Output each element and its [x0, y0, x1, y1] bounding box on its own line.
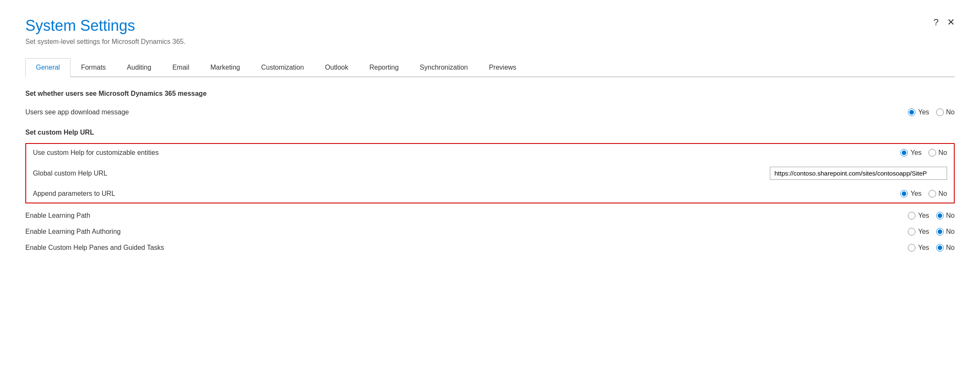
tab-marketing[interactable]: Marketing [200, 58, 250, 76]
radio-group-custom-help-panes: Yes No [908, 244, 955, 252]
radio-input-custom-help-panes-no[interactable] [936, 244, 944, 252]
radio-app-download-yes[interactable]: Yes [908, 108, 929, 116]
radio-input-learning-path-no[interactable] [936, 212, 944, 219]
radio-input-learning-path-authoring-yes[interactable] [908, 228, 915, 235]
label-no-learning-path-authoring: No [946, 228, 955, 235]
radio-group-learning-path-authoring: Yes No [908, 228, 955, 235]
help-icon[interactable]: ? [934, 17, 939, 28]
tab-email[interactable]: Email [162, 58, 200, 76]
label-global-help-url: Global custom Help URL [33, 170, 770, 177]
dialog-controls: ? ✕ [934, 17, 955, 28]
controls-app-download-message: Yes No [845, 108, 955, 116]
spacer-1 [25, 120, 955, 129]
radio-input-use-custom-help-no[interactable] [929, 149, 936, 157]
label-no-learning-path: No [946, 212, 955, 219]
label-yes-learning-path: Yes [918, 212, 929, 219]
radio-learning-path-authoring-no[interactable]: No [936, 228, 955, 235]
controls-enable-learning-path-authoring: Yes No [845, 228, 955, 235]
controls-append-parameters: Yes No [837, 190, 947, 198]
tab-previews[interactable]: Previews [478, 58, 527, 76]
label-yes-use-custom-help: Yes [910, 149, 921, 157]
section-microsoft-message: Set whether users see Microsoft Dynamics… [25, 90, 955, 97]
label-yes-append-parameters: Yes [910, 190, 921, 198]
row-enable-learning-path-authoring: Enable Learning Path Authoring Yes No [25, 224, 955, 240]
radio-input-use-custom-help-yes[interactable] [900, 149, 908, 157]
label-enable-custom-help-panes: Enable Custom Help Panes and Guided Task… [25, 244, 845, 252]
label-no-append-parameters: No [939, 190, 947, 198]
input-global-help-url[interactable] [770, 167, 947, 180]
controls-enable-custom-help-panes: Yes No [845, 244, 955, 252]
radio-append-parameters-no[interactable]: No [929, 190, 947, 198]
content-area: Set whether users see Microsoft Dynamics… [25, 77, 955, 268]
label-yes-app-download: Yes [918, 108, 929, 116]
radio-use-custom-help-no[interactable]: No [929, 149, 947, 157]
tab-general[interactable]: General [25, 58, 70, 77]
close-icon[interactable]: ✕ [947, 17, 955, 28]
title-area: System Settings Set system-level setting… [25, 17, 186, 46]
radio-learning-path-authoring-yes[interactable]: Yes [908, 228, 929, 235]
label-enable-learning-path: Enable Learning Path [25, 212, 845, 219]
radio-input-append-parameters-no[interactable] [929, 190, 936, 198]
radio-input-custom-help-panes-yes[interactable] [908, 244, 915, 252]
section-custom-help-heading: Set custom Help URL [25, 129, 955, 136]
row-append-parameters: Append parameters to URL Yes No [26, 185, 954, 203]
radio-group-use-custom-help: Yes No [900, 149, 947, 157]
label-no-custom-help-panes: No [946, 244, 955, 252]
radio-app-download-no[interactable]: No [936, 108, 955, 116]
radio-input-learning-path-yes[interactable] [908, 212, 915, 219]
label-no-use-custom-help: No [939, 149, 947, 157]
label-yes-learning-path-authoring: Yes [918, 228, 929, 235]
radio-learning-path-no[interactable]: No [936, 212, 955, 219]
label-app-download-message: Users see app download message [25, 108, 845, 116]
dialog-title: System Settings [25, 17, 186, 35]
row-use-custom-help: Use custom Help for customizable entitie… [26, 144, 954, 162]
label-enable-learning-path-authoring: Enable Learning Path Authoring [25, 228, 845, 235]
controls-enable-learning-path: Yes No [845, 212, 955, 219]
radio-use-custom-help-yes[interactable]: Yes [900, 149, 921, 157]
tab-outlook[interactable]: Outlook [314, 58, 359, 76]
radio-group-app-download: Yes No [908, 108, 955, 116]
row-enable-custom-help-panes: Enable Custom Help Panes and Guided Task… [25, 240, 955, 256]
radio-input-learning-path-authoring-no[interactable] [936, 228, 944, 235]
row-enable-learning-path: Enable Learning Path Yes No [25, 208, 955, 224]
tabs-container: General Formats Auditing Email Marketing… [25, 58, 955, 77]
label-no-app-download: No [946, 108, 955, 116]
label-yes-custom-help-panes: Yes [918, 244, 929, 252]
radio-custom-help-panes-yes[interactable]: Yes [908, 244, 929, 252]
tab-formats[interactable]: Formats [70, 58, 116, 76]
radio-group-append-parameters: Yes No [900, 190, 947, 198]
tab-customization[interactable]: Customization [251, 58, 314, 76]
radio-input-app-download-yes[interactable] [908, 108, 915, 116]
section-custom-help: Set custom Help URL [25, 129, 955, 136]
radio-input-append-parameters-yes[interactable] [900, 190, 908, 198]
label-append-parameters: Append parameters to URL [33, 190, 837, 198]
radio-input-app-download-no[interactable] [936, 108, 944, 116]
dialog-header: System Settings Set system-level setting… [25, 17, 955, 46]
label-use-custom-help: Use custom Help for customizable entitie… [33, 149, 837, 157]
tab-auditing[interactable]: Auditing [116, 58, 162, 76]
controls-global-help-url [770, 167, 947, 180]
radio-custom-help-panes-no[interactable]: No [936, 244, 955, 252]
system-settings-dialog: System Settings Set system-level setting… [0, 0, 980, 387]
highlighted-custom-help-group: Use custom Help for customizable entitie… [25, 143, 955, 203]
radio-learning-path-yes[interactable]: Yes [908, 212, 929, 219]
dialog-subtitle: Set system-level settings for Microsoft … [25, 38, 186, 46]
section-microsoft-message-heading: Set whether users see Microsoft Dynamics… [25, 90, 955, 97]
row-global-help-url: Global custom Help URL [26, 162, 954, 185]
tab-reporting[interactable]: Reporting [359, 58, 409, 76]
radio-append-parameters-yes[interactable]: Yes [900, 190, 921, 198]
tab-synchronization[interactable]: Synchronization [409, 58, 479, 76]
row-app-download-message: Users see app download message Yes No [25, 104, 955, 120]
controls-use-custom-help: Yes No [837, 149, 947, 157]
radio-group-learning-path: Yes No [908, 212, 955, 219]
